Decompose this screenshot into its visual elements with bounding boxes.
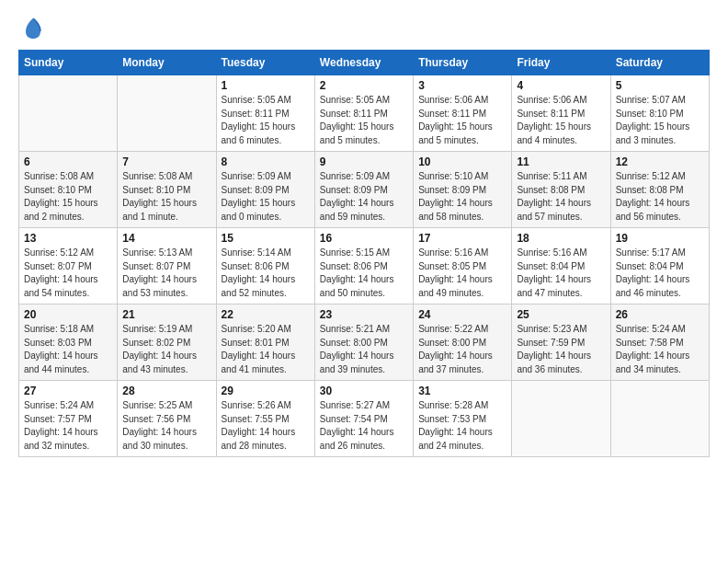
day-info: Sunrise: 5:09 AM Sunset: 8:09 PM Dayligh… — [320, 170, 408, 224]
day-number: 8 — [222, 155, 310, 168]
day-info: Sunrise: 5:06 AM Sunset: 8:11 PM Dayligh… — [517, 94, 605, 147]
day-info: Sunrise: 5:16 AM Sunset: 8:04 PM Dayligh… — [517, 247, 605, 300]
calendar-cell: 22Sunrise: 5:20 AM Sunset: 8:01 PM Dayli… — [216, 304, 314, 381]
day-number: 20 — [24, 308, 112, 321]
day-number: 13 — [24, 232, 112, 245]
calendar-cell: 16Sunrise: 5:15 AM Sunset: 8:06 PM Dayli… — [314, 228, 413, 304]
day-number: 10 — [418, 155, 506, 168]
day-number: 26 — [616, 308, 704, 321]
day-info: Sunrise: 5:11 AM Sunset: 8:08 PM Dayligh… — [517, 170, 605, 224]
day-number: 7 — [122, 155, 210, 168]
day-number: 24 — [418, 308, 506, 321]
calendar-cell: 12Sunrise: 5:12 AM Sunset: 8:08 PM Dayli… — [610, 152, 709, 228]
day-number: 25 — [517, 308, 605, 321]
calendar-cell: 30Sunrise: 5:27 AM Sunset: 7:54 PM Dayli… — [314, 381, 413, 457]
day-info: Sunrise: 5:06 AM Sunset: 8:11 PM Dayligh… — [418, 94, 506, 147]
calendar-cell: 7Sunrise: 5:08 AM Sunset: 8:10 PM Daylig… — [118, 152, 216, 228]
day-number: 2 — [320, 79, 408, 92]
day-info: Sunrise: 5:12 AM Sunset: 8:07 PM Dayligh… — [24, 247, 112, 300]
day-info: Sunrise: 5:19 AM Sunset: 8:02 PM Dayligh… — [122, 323, 210, 376]
day-number: 31 — [418, 385, 506, 397]
day-number: 15 — [222, 232, 310, 245]
day-number: 17 — [418, 232, 506, 245]
day-number: 11 — [517, 155, 605, 168]
day-number: 16 — [320, 232, 408, 245]
calendar-cell — [512, 381, 610, 457]
day-info: Sunrise: 5:12 AM Sunset: 8:08 PM Dayligh… — [616, 170, 704, 224]
calendar-cell: 31Sunrise: 5:28 AM Sunset: 7:53 PM Dayli… — [414, 381, 512, 457]
day-info: Sunrise: 5:28 AM Sunset: 7:53 PM Dayligh… — [418, 399, 506, 453]
day-number: 1 — [222, 79, 310, 92]
day-info: Sunrise: 5:18 AM Sunset: 8:03 PM Dayligh… — [24, 323, 112, 376]
column-header-wednesday: Wednesday — [314, 51, 413, 75]
day-info: Sunrise: 5:16 AM Sunset: 8:05 PM Dayligh… — [418, 247, 506, 300]
logo-icon — [20, 15, 46, 40]
calendar-cell: 8Sunrise: 5:09 AM Sunset: 8:09 PM Daylig… — [216, 152, 314, 228]
calendar-row-week-5: 27Sunrise: 5:24 AM Sunset: 7:57 PM Dayli… — [19, 381, 710, 457]
day-info: Sunrise: 5:09 AM Sunset: 8:09 PM Dayligh… — [222, 170, 310, 224]
day-info: Sunrise: 5:26 AM Sunset: 7:55 PM Dayligh… — [222, 399, 310, 453]
day-info: Sunrise: 5:10 AM Sunset: 8:09 PM Dayligh… — [418, 170, 506, 224]
calendar-cell: 18Sunrise: 5:16 AM Sunset: 8:04 PM Dayli… — [512, 228, 610, 304]
calendar-cell: 28Sunrise: 5:25 AM Sunset: 7:56 PM Dayli… — [118, 381, 216, 457]
day-number: 9 — [320, 155, 408, 168]
day-number: 23 — [320, 308, 408, 321]
calendar-cell: 17Sunrise: 5:16 AM Sunset: 8:05 PM Dayli… — [414, 228, 512, 304]
column-header-thursday: Thursday — [414, 51, 512, 75]
day-info: Sunrise: 5:22 AM Sunset: 8:00 PM Dayligh… — [418, 323, 506, 376]
calendar-cell — [19, 75, 118, 152]
column-header-monday: Monday — [118, 51, 216, 75]
calendar-cell: 4Sunrise: 5:06 AM Sunset: 8:11 PM Daylig… — [512, 75, 610, 152]
calendar-cell: 24Sunrise: 5:22 AM Sunset: 8:00 PM Dayli… — [414, 304, 512, 381]
day-number: 28 — [122, 385, 210, 397]
day-info: Sunrise: 5:05 AM Sunset: 8:11 PM Dayligh… — [320, 94, 408, 147]
column-header-sunday: Sunday — [19, 51, 118, 75]
day-number: 19 — [616, 232, 704, 245]
day-info: Sunrise: 5:21 AM Sunset: 8:00 PM Dayligh… — [320, 323, 408, 376]
calendar-cell: 1Sunrise: 5:05 AM Sunset: 8:11 PM Daylig… — [216, 75, 314, 152]
calendar-cell: 23Sunrise: 5:21 AM Sunset: 8:00 PM Dayli… — [314, 304, 413, 381]
calendar-cell: 2Sunrise: 5:05 AM Sunset: 8:11 PM Daylig… — [314, 75, 413, 152]
day-number: 5 — [616, 79, 704, 92]
calendar-table: SundayMondayTuesdayWednesdayThursdayFrid… — [18, 50, 710, 457]
calendar-header-row: SundayMondayTuesdayWednesdayThursdayFrid… — [19, 51, 710, 75]
calendar-row-week-3: 13Sunrise: 5:12 AM Sunset: 8:07 PM Dayli… — [19, 228, 710, 304]
day-number: 18 — [517, 232, 605, 245]
day-info: Sunrise: 5:23 AM Sunset: 7:59 PM Dayligh… — [517, 323, 605, 376]
day-info: Sunrise: 5:14 AM Sunset: 8:06 PM Dayligh… — [222, 247, 310, 300]
day-number: 21 — [122, 308, 210, 321]
column-header-saturday: Saturday — [610, 51, 709, 75]
calendar-cell: 13Sunrise: 5:12 AM Sunset: 8:07 PM Dayli… — [19, 228, 118, 304]
day-number: 27 — [24, 385, 112, 397]
day-number: 6 — [24, 155, 112, 168]
calendar-cell: 29Sunrise: 5:26 AM Sunset: 7:55 PM Dayli… — [216, 381, 314, 457]
calendar-cell: 5Sunrise: 5:07 AM Sunset: 8:10 PM Daylig… — [610, 75, 709, 152]
calendar-cell: 10Sunrise: 5:10 AM Sunset: 8:09 PM Dayli… — [414, 152, 512, 228]
day-info: Sunrise: 5:05 AM Sunset: 8:11 PM Dayligh… — [222, 94, 310, 147]
calendar-cell: 27Sunrise: 5:24 AM Sunset: 7:57 PM Dayli… — [19, 381, 118, 457]
day-number: 22 — [222, 308, 310, 321]
day-info: Sunrise: 5:24 AM Sunset: 7:57 PM Dayligh… — [24, 399, 112, 453]
column-header-tuesday: Tuesday — [216, 51, 314, 75]
day-number: 12 — [616, 155, 704, 168]
day-info: Sunrise: 5:15 AM Sunset: 8:06 PM Dayligh… — [320, 247, 408, 300]
calendar-cell: 21Sunrise: 5:19 AM Sunset: 8:02 PM Dayli… — [118, 304, 216, 381]
day-number: 3 — [418, 79, 506, 92]
day-number: 4 — [517, 79, 605, 92]
day-number: 14 — [122, 232, 210, 245]
calendar-cell — [118, 75, 216, 152]
page-header — [18, 18, 710, 40]
calendar-row-week-4: 20Sunrise: 5:18 AM Sunset: 8:03 PM Dayli… — [19, 304, 710, 381]
day-info: Sunrise: 5:25 AM Sunset: 7:56 PM Dayligh… — [122, 399, 210, 453]
day-info: Sunrise: 5:17 AM Sunset: 8:04 PM Dayligh… — [616, 247, 704, 300]
calendar-cell — [610, 381, 709, 457]
calendar-cell: 11Sunrise: 5:11 AM Sunset: 8:08 PM Dayli… — [512, 152, 610, 228]
calendar-cell: 9Sunrise: 5:09 AM Sunset: 8:09 PM Daylig… — [314, 152, 413, 228]
day-info: Sunrise: 5:20 AM Sunset: 8:01 PM Dayligh… — [222, 323, 310, 376]
day-info: Sunrise: 5:24 AM Sunset: 7:58 PM Dayligh… — [616, 323, 704, 376]
calendar-cell: 25Sunrise: 5:23 AM Sunset: 7:59 PM Dayli… — [512, 304, 610, 381]
calendar-cell: 3Sunrise: 5:06 AM Sunset: 8:11 PM Daylig… — [414, 75, 512, 152]
day-info: Sunrise: 5:07 AM Sunset: 8:10 PM Dayligh… — [616, 94, 704, 147]
logo — [18, 18, 46, 40]
day-number: 29 — [222, 385, 310, 397]
